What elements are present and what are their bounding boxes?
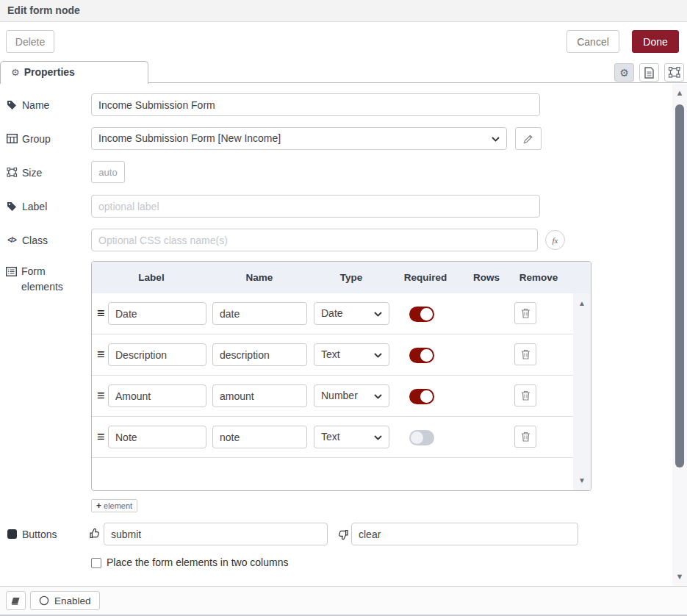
element-name-input[interactable]: [212, 426, 307, 448]
class-field-label: </> Class: [6, 229, 48, 251]
thumbs-up-icon: [89, 528, 101, 540]
object-group-icon: [6, 168, 18, 177]
plus-icon: +: [96, 501, 101, 511]
gear-icon: ⚙: [619, 67, 629, 79]
size-auto-button[interactable]: auto: [91, 161, 125, 183]
edit-group-button[interactable]: [515, 127, 542, 150]
required-toggle[interactable]: [409, 307, 434, 322]
trash-icon: [521, 390, 530, 401]
label-input[interactable]: [91, 195, 540, 218]
node-help-button[interactable]: [6, 591, 26, 610]
name-input[interactable]: [91, 93, 540, 116]
triangle-up-icon[interactable]: ▲: [672, 87, 687, 98]
column-header-remove: Remove: [519, 262, 558, 293]
element-name-input[interactable]: [212, 302, 307, 325]
document-icon-button[interactable]: [639, 63, 659, 82]
form-elements-field-label: Form elements: [6, 264, 79, 295]
action-bar: Delete Cancel Done: [0, 23, 687, 61]
element-row: ≡ Text: [92, 417, 573, 458]
drag-handle-icon[interactable]: ≡: [97, 388, 105, 403]
gear-icon: ⚙: [11, 67, 20, 78]
document-icon: [644, 67, 654, 79]
buttons-field-label: Buttons: [6, 523, 57, 545]
element-row: ≡ Date: [92, 293, 573, 334]
add-element-button[interactable]: + element: [91, 499, 137, 512]
element-name-input[interactable]: [212, 384, 307, 407]
code-icon: </>: [6, 236, 18, 244]
delete-button[interactable]: Delete: [6, 30, 54, 53]
element-row: ≡ Number: [92, 376, 573, 417]
chevron-down-icon: [374, 312, 382, 317]
book-icon: [10, 596, 21, 606]
required-toggle[interactable]: [409, 389, 434, 404]
frame-icon-button[interactable]: [664, 63, 684, 82]
required-toggle[interactable]: [409, 348, 434, 363]
frame-icon: [669, 67, 680, 78]
trash-icon: [521, 431, 530, 442]
cancel-button[interactable]: Cancel: [566, 30, 619, 53]
clear-button-text-input[interactable]: [351, 523, 578, 545]
required-toggle[interactable]: [409, 430, 434, 445]
group-select[interactable]: Income Submission Form [New Income]: [91, 127, 507, 150]
column-header-required: Required: [404, 262, 447, 293]
element-type-select[interactable]: Number: [314, 384, 389, 407]
label-field-label: Label: [6, 195, 47, 218]
tag-icon: [6, 201, 18, 212]
main-scrollbar[interactable]: ▲ ▼: [672, 84, 687, 586]
pencil-icon: [523, 134, 533, 144]
chevron-down-icon: [374, 353, 382, 358]
expression-button[interactable]: fx: [545, 230, 565, 250]
circle-icon: [39, 595, 49, 606]
remove-element-button[interactable]: [514, 302, 536, 324]
tag-icon: [6, 100, 18, 110]
element-label-input[interactable]: [108, 302, 206, 325]
triangle-up-icon[interactable]: ▲: [573, 299, 591, 307]
column-header-type: Type: [340, 262, 363, 293]
dialog-title: Edit form node: [0, 0, 687, 22]
element-type-select[interactable]: Text: [314, 426, 389, 448]
submit-button-text-input[interactable]: [104, 523, 328, 545]
table-icon: [6, 134, 18, 143]
drag-handle-icon[interactable]: ≡: [97, 429, 105, 444]
drag-handle-icon[interactable]: ≡: [97, 347, 105, 362]
name-field-label: Name: [6, 93, 49, 116]
square-icon: [6, 529, 18, 539]
remove-element-button[interactable]: [514, 384, 536, 407]
triangle-down-icon[interactable]: ▼: [573, 476, 591, 484]
two-columns-checkbox-label: Place the form elements in two columns: [107, 556, 288, 568]
enabled-toggle-button[interactable]: Enabled: [30, 591, 100, 610]
trash-icon: [521, 349, 530, 359]
chevron-down-icon: [492, 137, 500, 142]
element-type-select[interactable]: Date: [314, 302, 389, 325]
class-input[interactable]: [91, 229, 538, 251]
size-field-label: Size: [6, 161, 42, 184]
tab-bar: ⚙Properties ⚙: [0, 61, 687, 83]
properties-panel: Name Group Income Submission Form [New I…: [0, 84, 687, 586]
drag-handle-icon[interactable]: ≡: [97, 306, 105, 320]
form-elements-table: Label Name Type Required Rows Remove ≡ D…: [91, 261, 591, 491]
list-alt-icon: [6, 267, 17, 276]
chevron-down-icon: [374, 435, 382, 440]
element-row: ≡ Text: [92, 334, 573, 376]
thumbs-down-icon: [337, 529, 349, 540]
element-label-input[interactable]: [108, 343, 206, 366]
tab-properties-label: Properties: [24, 66, 75, 78]
two-columns-checkbox[interactable]: [91, 558, 101, 568]
trash-icon: [521, 308, 530, 318]
tab-properties[interactable]: ⚙Properties: [0, 61, 148, 84]
enabled-label: Enabled: [54, 595, 91, 606]
fx-icon: fx: [553, 236, 558, 245]
remove-element-button[interactable]: [514, 343, 536, 365]
element-label-input[interactable]: [108, 384, 206, 407]
table-scrollbar[interactable]: ▲ ▼: [573, 293, 591, 490]
gear-icon-button[interactable]: ⚙: [614, 63, 634, 82]
done-button[interactable]: Done: [632, 30, 679, 53]
triangle-down-icon[interactable]: ▼: [672, 571, 687, 581]
group-select-value: Income Submission Form [New Income]: [98, 132, 281, 144]
edit-form-node-dialog: Edit form node Delete Cancel Done ⚙Prope…: [0, 0, 687, 616]
element-label-input[interactable]: [108, 426, 206, 448]
remove-element-button[interactable]: [514, 426, 536, 448]
scrollbar-thumb[interactable]: [675, 104, 684, 468]
element-name-input[interactable]: [212, 343, 307, 366]
element-type-select[interactable]: Text: [314, 343, 389, 366]
